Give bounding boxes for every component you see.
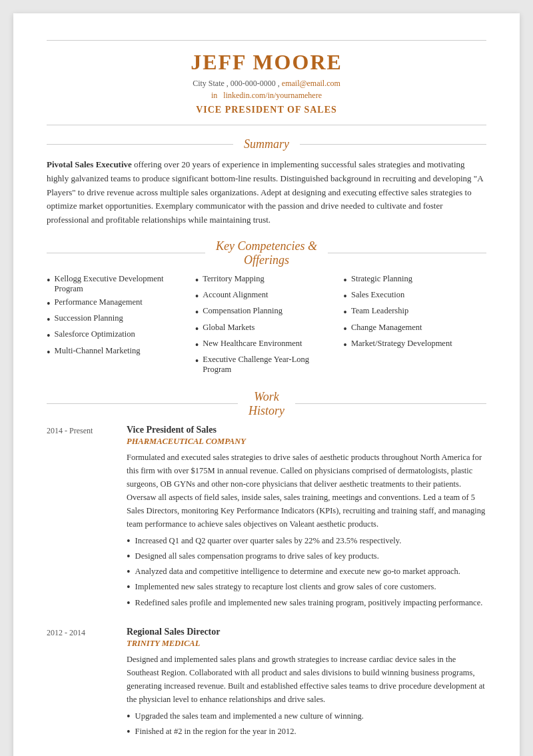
work-company: TRINITY MEDICAL xyxy=(127,639,486,649)
competency-item: •Performance Management xyxy=(47,297,185,310)
work-divider: Work History xyxy=(47,390,486,418)
work-bullet: •Implemented new sales strategy to recap… xyxy=(127,581,486,593)
competency-item: •Salesforce Optimization xyxy=(47,329,185,342)
work-bullet: •Designed all sales compensation program… xyxy=(127,550,486,563)
comp-divider-right xyxy=(328,253,486,253)
divider-line-right xyxy=(300,144,486,145)
competencies-divider: Key Competencies & Offerings xyxy=(47,239,486,267)
work-description: Designed and implemented sales plans and… xyxy=(127,653,486,706)
bullet-text: Upgraded the sales team and implemented … xyxy=(135,710,364,723)
competency-item: •Sales Execution xyxy=(343,290,481,303)
competency-text: Team Leadership xyxy=(351,306,408,316)
work-bullet: •Finished at #2 in the region for the ye… xyxy=(127,725,486,738)
bullet-icon: • xyxy=(47,346,51,359)
competency-text: Change Management xyxy=(351,323,422,333)
bullet-icon: • xyxy=(127,550,131,563)
contact-email[interactable]: email@email.com xyxy=(282,79,340,88)
competency-text: Global Markets xyxy=(203,323,255,333)
competency-text: Performance Management xyxy=(55,297,143,307)
bullet-icon: • xyxy=(343,290,347,303)
competency-text: Market/Strategy Development xyxy=(351,339,452,349)
competency-text: Territory Mapping xyxy=(203,274,265,284)
bullet-text: Implemented new sales strategy to recapt… xyxy=(135,581,436,593)
bullet-text: Designed all sales compensation programs… xyxy=(135,550,379,563)
linkedin-line: in linkedin.com/in/yournamehere xyxy=(47,91,486,101)
summary-divider: Summary xyxy=(47,137,486,151)
competency-item: •Strategic Planning xyxy=(343,274,481,287)
competency-item: •Team Leadership xyxy=(343,306,481,319)
work-bullets-list: •Upgraded the sales team and implemented… xyxy=(127,710,486,738)
bullet-icon: • xyxy=(47,329,51,342)
job-title: VICE PRESIDENT OF SALES xyxy=(47,105,486,115)
bullet-text: Analyzed data and competitive intelligen… xyxy=(135,565,460,578)
competencies-section-label: Key Competencies & Offerings xyxy=(205,239,328,267)
bullet-text: Finished at #2 in the region for the yea… xyxy=(135,725,296,738)
work-divider-left xyxy=(47,403,238,404)
comp-divider-left xyxy=(47,253,205,253)
competency-text: Executive Challenge Year-Long Program xyxy=(203,355,332,375)
work-bullet: •Upgraded the sales team and implemented… xyxy=(127,710,486,723)
bullet-icon: • xyxy=(195,290,199,303)
competencies-col1: •Kellogg Executive Development Program•P… xyxy=(47,274,190,378)
contact-line: City State , 000-000-0000 , email@email.… xyxy=(47,79,486,89)
competency-text: Strategic Planning xyxy=(351,274,412,284)
bullet-icon: • xyxy=(127,597,131,609)
competency-text: Multi-Channel Marketing xyxy=(55,346,141,356)
bullet-text: Increased Q1 and Q2 quarter over quarter… xyxy=(135,535,402,547)
summary-paragraph: Pivotal Sales Executive offering over 20… xyxy=(47,158,486,227)
competencies-col2: •Territory Mapping•Account Alignment•Com… xyxy=(190,274,338,378)
competency-item: •Compensation Planning xyxy=(195,306,333,319)
work-content: Regional Sales Director TRINITY MEDICAL … xyxy=(127,627,486,741)
work-history: 2014 - Present Vice President of Sales P… xyxy=(47,425,486,741)
bullet-icon: • xyxy=(343,274,347,287)
work-divider-right xyxy=(295,403,486,404)
top-divider xyxy=(47,40,486,41)
linkedin-in-label: in xyxy=(211,91,217,100)
bullet-icon: • xyxy=(343,323,347,335)
bullet-icon: • xyxy=(195,323,199,335)
competency-item: •Succession Planning xyxy=(47,313,185,326)
summary-bold: Pivotal Sales Executive xyxy=(47,159,132,169)
bullet-text: Redefined sales profile and implemented … xyxy=(135,597,483,609)
competency-item: •Kellogg Executive Development Program xyxy=(47,274,185,294)
competency-text: New Healthcare Environment xyxy=(203,339,302,349)
work-entry: 2012 - 2014 Regional Sales Director TRIN… xyxy=(47,627,486,741)
bullet-icon: • xyxy=(343,339,347,351)
bullet-icon: • xyxy=(343,306,347,319)
candidate-name: JEFF MOORE xyxy=(47,50,486,75)
work-title: Regional Sales Director xyxy=(127,627,486,637)
competency-item: •Change Management xyxy=(343,323,481,335)
work-title: Vice President of Sales xyxy=(127,425,486,435)
bullet-icon: • xyxy=(195,339,199,351)
bullet-icon: • xyxy=(127,581,131,593)
competency-item: •Account Alignment xyxy=(195,290,333,303)
bullet-icon: • xyxy=(47,313,51,326)
linkedin-url[interactable]: linkedin.com/in/yournamehere xyxy=(223,91,322,100)
competency-item: •Territory Mapping xyxy=(195,274,333,287)
competency-item: •Global Markets xyxy=(195,323,333,335)
competency-text: Compensation Planning xyxy=(203,306,282,316)
competency-item: •Executive Challenge Year-Long Program xyxy=(195,355,333,375)
competency-item: •Market/Strategy Development xyxy=(343,339,481,351)
divider-line-left xyxy=(47,144,233,145)
resume-page: JEFF MOORE City State , 000-000-0000 , e… xyxy=(13,13,520,756)
bullet-icon: • xyxy=(195,274,199,287)
bullet-icon: • xyxy=(127,535,131,547)
work-description: Formulated and executed sales strategies… xyxy=(127,451,486,531)
competencies-col3: •Strategic Planning•Sales Execution•Team… xyxy=(338,274,486,378)
competency-item: •Multi-Channel Marketing xyxy=(47,346,185,359)
competency-item: •New Healthcare Environment xyxy=(195,339,333,351)
bullet-icon: • xyxy=(127,725,131,738)
work-dates: 2012 - 2014 xyxy=(47,627,113,741)
work-bullet: •Redefined sales profile and implemented… xyxy=(127,597,486,609)
work-company: PHARMACEUTICAL COMPANY xyxy=(127,437,486,447)
work-bullet: •Analyzed data and competitive intellige… xyxy=(127,565,486,578)
contact-address: City State , 000-000-0000 , xyxy=(193,79,280,88)
competencies-grid: •Kellogg Executive Development Program•P… xyxy=(47,274,486,378)
competency-text: Salesforce Optimization xyxy=(55,329,135,339)
summary-section-label: Summary xyxy=(233,137,300,151)
bullet-icon: • xyxy=(47,274,51,287)
header-bottom-divider xyxy=(47,125,486,125)
work-dates: 2014 - Present xyxy=(47,425,113,612)
work-bullet: •Increased Q1 and Q2 quarter over quarte… xyxy=(127,535,486,547)
